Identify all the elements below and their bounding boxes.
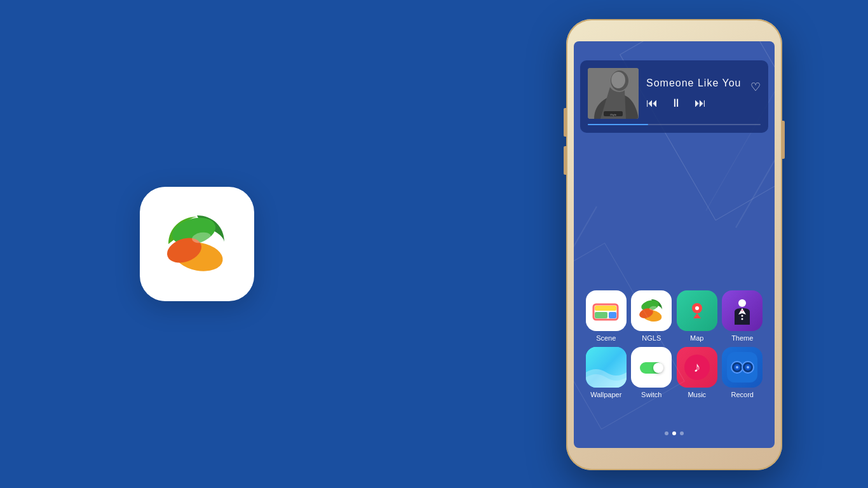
power-button[interactable] [782,121,785,159]
dot-2[interactable] [672,431,676,435]
left-section [0,0,394,488]
svg-point-33 [747,366,749,369]
svg-point-19 [738,299,746,307]
music-icon: ♪ [677,347,717,388]
app-grid: Scene NGLS [574,290,775,403]
map-app-item[interactable]: Map [674,290,720,342]
ngls-icon [631,290,672,331]
prev-button[interactable]: ⏮ [646,97,658,110]
vol-up-button[interactable] [564,108,566,137]
theme-label: Theme [731,334,753,342]
switch-app-item[interactable]: Switch [629,347,675,398]
theme-app-item[interactable]: Theme [720,290,766,342]
svg-point-21 [742,318,743,320]
svg-point-20 [742,315,743,317]
app-row-1: Scene NGLS [583,290,765,342]
ngls-label: NGLS [642,334,661,342]
svg-rect-11 [595,312,607,318]
music-widget[interactable]: iStyle Someone Like You ♡ ⏮ ⏸ ⏭ [580,60,768,133]
ngls-app-item[interactable]: NGLS [629,290,675,342]
dot-1[interactable] [665,431,668,435]
album-art: iStyle [588,68,639,119]
pause-button[interactable]: ⏸ [670,97,682,110]
scene-app-item[interactable]: Scene [583,290,629,342]
record-icon [722,347,763,388]
scene-label: Scene [596,334,616,342]
phone-screen: iStyle Someone Like You ♡ ⏮ ⏸ ⏭ [574,41,775,448]
wallpaper-icon [586,347,627,388]
phone-container: iStyle Someone Like You ♡ ⏮ ⏸ ⏭ [519,6,830,482]
music-app-item[interactable]: ♪ Music [674,347,720,398]
wallpaper-app-item[interactable]: Wallpaper [583,347,629,398]
app-row-2: Wallpaper Switch [583,347,765,398]
switch-label: Switch [641,391,661,398]
dot-3[interactable] [680,431,684,435]
record-app-item[interactable]: Record [720,347,766,398]
heart-button[interactable]: ♡ [750,80,761,94]
map-icon [677,290,717,331]
song-title: Someone Like You [646,78,741,89]
svg-text:♪: ♪ [693,359,700,375]
wallpaper-label: Wallpaper [590,391,621,398]
switch-icon [631,347,672,388]
vol-down-button[interactable] [564,146,566,175]
music-info: Someone Like You ♡ ⏮ ⏸ ⏭ [646,78,761,110]
svg-text:iStyle: iStyle [610,113,617,116]
next-button[interactable]: ⏭ [695,97,706,110]
progress-fill [588,124,648,125]
svg-rect-12 [609,312,616,318]
svg-point-6 [611,72,625,88]
phone-body: iStyle Someone Like You ♡ ⏮ ⏸ ⏭ [566,19,782,470]
svg-point-30 [736,366,738,369]
page-dots [574,431,775,435]
music-label: Music [688,391,706,398]
map-label: Map [690,334,703,342]
progress-bar[interactable] [588,124,761,125]
svg-rect-10 [595,306,616,311]
scene-icon [586,290,627,331]
app-logo-icon [156,203,238,285]
app-icon-wrapper[interactable] [140,187,254,301]
record-label: Record [731,391,754,398]
svg-point-18 [695,306,699,310]
music-controls: ⏮ ⏸ ⏭ [646,97,761,110]
svg-point-24 [653,363,663,373]
theme-icon [722,290,763,331]
